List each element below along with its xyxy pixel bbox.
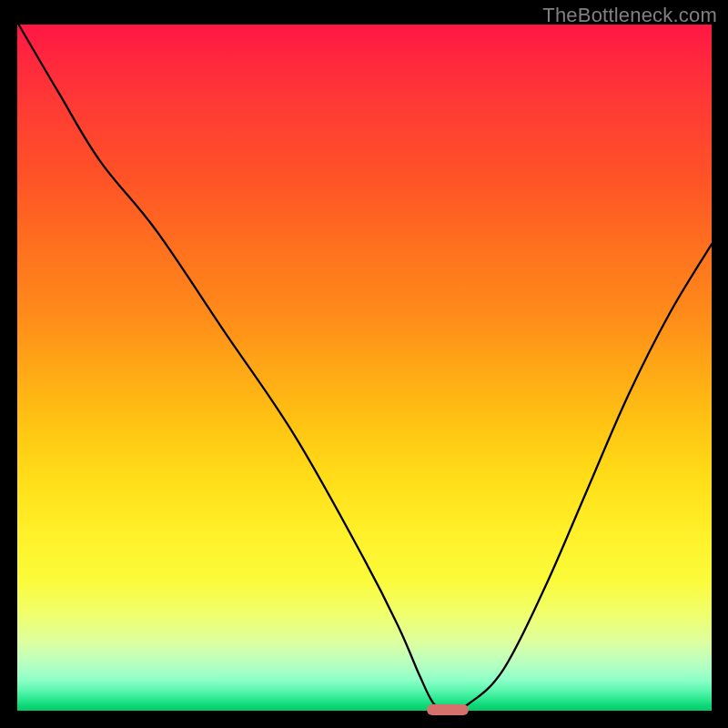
optimal-marker bbox=[427, 704, 469, 715]
watermark-text: TheBottleneck.com bbox=[542, 4, 717, 27]
bottleneck-curve bbox=[19, 25, 713, 711]
curve-layer bbox=[17, 25, 712, 711]
plot-area bbox=[17, 25, 712, 711]
chart-frame: TheBottleneck.com bbox=[0, 0, 728, 728]
